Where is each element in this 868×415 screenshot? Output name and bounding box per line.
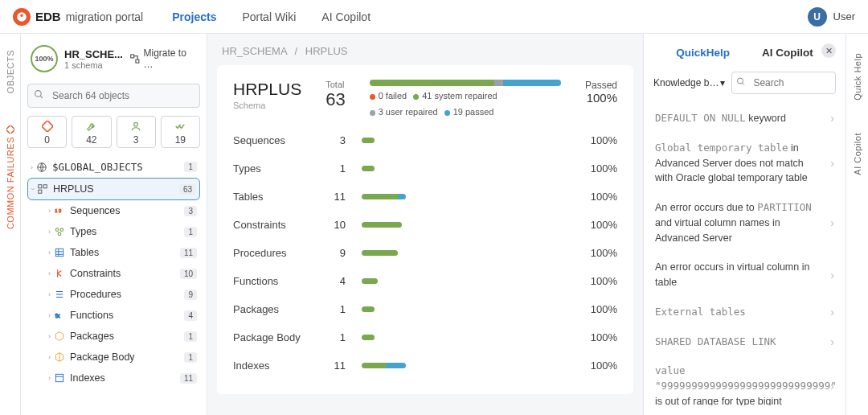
diamond-icon — [6, 125, 14, 134]
brand-suffix: migration portal — [66, 10, 144, 23]
chevron-right-icon: › — [48, 249, 51, 257]
migrate-icon — [129, 53, 141, 64]
left-rail: OBJECTS COMMON FAILURES — [0, 34, 21, 415]
person-icon — [130, 120, 141, 133]
schema-icon — [37, 183, 48, 195]
kb-item-3[interactable]: An error occurs in virtual column in tab… — [653, 253, 836, 298]
passed-label: Passed — [585, 80, 617, 91]
kb-dropdown[interactable]: Knowledge b… ▾ — [653, 72, 725, 94]
row-procedures[interactable]: Procedures9100% — [233, 239, 617, 267]
filter-checks[interactable]: 19 — [161, 116, 200, 148]
filter-chips: 042319 — [27, 116, 200, 148]
checks-icon — [174, 120, 186, 133]
schema-panel: HRPLUS Schema Total 63 0 failed 41 syste… — [217, 65, 633, 394]
kb-item-0[interactable]: DEFAULT ON NULL keyword — [653, 104, 836, 134]
row-sequences[interactable]: Sequences3100% — [233, 126, 617, 154]
svg-line-26 — [743, 83, 745, 85]
sequences-node[interactable]: ›1 3Sequences3 — [27, 200, 200, 221]
row-tables[interactable]: Tables11100% — [233, 183, 617, 211]
chevron-right-icon: › — [48, 228, 51, 236]
nav-tabs: Projects Portal Wiki AI Copilot — [172, 10, 371, 23]
chevron-right-icon: › — [48, 269, 51, 277]
chevron-right-icon: › — [48, 374, 51, 382]
chevron-right-icon: › — [48, 207, 51, 215]
nav-projects[interactable]: Projects — [172, 10, 216, 23]
filter-wrench[interactable]: 42 — [72, 116, 111, 148]
tab-common-failures[interactable]: COMMON FAILURES — [6, 125, 15, 229]
svg-rect-5 — [42, 121, 53, 132]
crumb-current: HRPLUS — [305, 45, 348, 57]
rail-ai-copilot[interactable]: AI Copilot — [853, 133, 862, 175]
svg-rect-1 — [131, 55, 134, 58]
diamond-icon — [42, 120, 53, 133]
functions-node[interactable]: ›fxFunctions4 — [27, 305, 200, 326]
right-rail: Quick Help AI Copilot — [845, 34, 868, 415]
filter-person[interactable]: 3 — [117, 116, 156, 148]
globe-icon — [36, 162, 47, 173]
svg-text:1 3: 1 3 — [55, 208, 61, 213]
svg-rect-9 — [43, 185, 47, 188]
nav-ai[interactable]: AI Copilot — [321, 10, 371, 23]
kb-item-5[interactable]: SHARED DATABASE LINK — [653, 327, 836, 357]
row-package-body[interactable]: Package Body1100% — [233, 323, 617, 351]
tree-hrplus[interactable]: › HRPLUS 63 — [27, 178, 200, 200]
schema-sub: Schema — [233, 101, 301, 110]
logo[interactable]: EDB migration portal — [13, 8, 143, 26]
kb-item-1[interactable]: Global temporary table in Advanced Serve… — [653, 134, 836, 193]
search-input[interactable] — [27, 84, 200, 108]
project-title: HR_SCHE... — [64, 48, 123, 60]
crumb-root[interactable]: HR_SCHEMA — [222, 45, 287, 57]
tab-ai-copilot[interactable]: AI Copilot — [762, 47, 813, 59]
package-body-node[interactable]: ›Package Body1 — [27, 347, 200, 368]
kb-item-6[interactable]: value "9999999999999999999999999999" is … — [653, 356, 836, 405]
kb-item-2[interactable]: An error occurs due to PARTITION and vir… — [653, 193, 836, 253]
sidebar: 100% HR_SCHE... 1 schema Migrate to … 04… — [21, 34, 207, 415]
brand-name: EDB — [35, 10, 61, 23]
constraints-node[interactable]: ›Constraints10 — [27, 263, 200, 284]
svg-point-12 — [55, 228, 59, 232]
search-box — [27, 84, 200, 108]
logo-icon — [13, 8, 31, 26]
user-name: User — [833, 10, 855, 23]
row-packages[interactable]: Packages1100% — [233, 295, 617, 323]
row-indexes[interactable]: Indexes11100% — [233, 351, 617, 380]
nav-wiki[interactable]: Portal Wiki — [242, 10, 296, 23]
chevron-down-icon: ▾ — [720, 77, 725, 88]
migrate-button[interactable]: Migrate to … — [129, 47, 197, 70]
chevron-right-icon: › — [48, 290, 51, 298]
filter-diamond[interactable]: 0 — [27, 116, 67, 148]
total-value: 63 — [326, 89, 345, 110]
legend: 0 failed 41 system repaired 3 user repai… — [370, 91, 561, 117]
tree-global[interactable]: › $GLOBAL_OBJECTS 1 — [27, 156, 200, 178]
rail-quickhelp[interactable]: Quick Help — [853, 53, 862, 101]
indexes-node[interactable]: ›Indexes11 — [27, 368, 200, 388]
tab-quickhelp[interactable]: QuickHelp — [676, 47, 730, 59]
packages-node[interactable]: ›Packages1 — [27, 326, 200, 347]
tab-objects[interactable]: OBJECTS — [6, 50, 15, 93]
project-sub: 1 schema — [64, 60, 123, 70]
kb-item-4[interactable]: External tables — [653, 298, 836, 327]
chevron-right-icon: › — [48, 311, 51, 319]
types-node[interactable]: ›Types1 — [27, 221, 200, 242]
help-search-input[interactable] — [731, 72, 836, 94]
svg-line-4 — [40, 96, 43, 98]
svg-rect-2 — [136, 60, 139, 63]
chevron-down-icon: › — [29, 188, 37, 191]
avatar: U — [808, 7, 827, 27]
search-icon — [34, 89, 44, 102]
chevron-right-icon: › — [31, 163, 33, 171]
object-tree: › $GLOBAL_OBJECTS 1 › HRPLUS 63 ›1 3Sequ… — [27, 156, 200, 407]
main-panel: HR_SCHEMA / HRPLUS HRPLUS Schema Total 6… — [207, 34, 643, 415]
procedures-node[interactable]: ›Procedures9 — [27, 284, 200, 305]
summary-bar — [370, 80, 561, 86]
row-functions[interactable]: Functions4100% — [233, 267, 617, 295]
svg-point-13 — [60, 228, 63, 232]
user-box[interactable]: U User — [808, 7, 855, 27]
progress-ring: 100% — [31, 45, 58, 72]
tables-node[interactable]: ›Tables11 — [27, 242, 200, 263]
row-types[interactable]: Types1100% — [233, 154, 617, 183]
svg-point-14 — [58, 232, 61, 236]
svg-rect-0 — [6, 125, 14, 134]
close-help-button[interactable]: ✕ — [821, 43, 836, 58]
row-constraints[interactable]: Constraints10100% — [233, 211, 617, 239]
